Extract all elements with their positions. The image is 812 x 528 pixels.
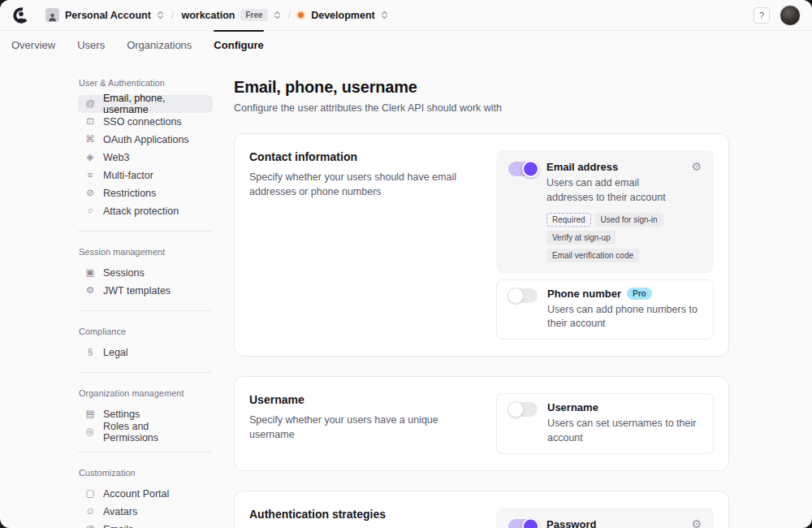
feature-row-email-address: Email address Users can add email addres… — [496, 150, 714, 273]
sidebar: User & Authentication @ Email, phone, us… — [78, 78, 213, 528]
card-heading-block: Authentication strategies Select the aut… — [249, 508, 496, 528]
roles-icon: ◎ — [84, 427, 96, 437]
main-panel: Email, phone, username Configure the use… — [234, 78, 729, 528]
sidebar-section-session-management: Session management ▣ Sessions ⚙ JWT temp… — [78, 247, 213, 311]
help-button[interactable]: ? — [754, 7, 770, 24]
badge-required: Required — [546, 213, 591, 227]
sidebar-item-label: SSO connections — [103, 116, 182, 128]
feature-row-phone-number: Phone number Pro Users can add phone num… — [496, 279, 714, 340]
gear-icon[interactable]: ⚙ — [691, 161, 702, 172]
sidebar-item-label: OAuth Applications — [103, 134, 189, 145]
feature-description: Users can set usernames to their account — [547, 417, 701, 446]
tab-users[interactable]: Users — [77, 31, 105, 58]
email-address-toggle[interactable] — [508, 162, 537, 176]
phone-number-toggle[interactable] — [509, 288, 538, 303]
sidebar-section-compliance: Compliance § Legal — [78, 327, 213, 373]
sidebar-item-label: Account Portal — [103, 488, 169, 500]
feature-body: Email address Users can add email addres… — [546, 161, 685, 262]
sidebar-item-emails[interactable]: @ Emails — [78, 521, 213, 528]
sidebar-item-legal[interactable]: § Legal — [78, 344, 213, 361]
username-toggle[interactable] — [509, 402, 538, 417]
badge-used-for-sign-in: Used for sign-in — [595, 213, 663, 227]
page-title: Email, phone, username — [234, 78, 729, 97]
instance-label: Development — [311, 10, 375, 21]
clerk-logo-icon[interactable] — [11, 6, 31, 25]
sidebar-item-label: Settings — [103, 409, 140, 420]
email-at-icon: @ — [84, 525, 96, 528]
gear-icon[interactable]: ⚙ — [691, 518, 702, 528]
sidebar-item-label: Avatars — [103, 506, 137, 517]
card-controls: Email address Users can add email addres… — [496, 150, 714, 340]
tab-organizations[interactable]: Organizations — [127, 31, 192, 58]
feature-row-username: Username Users can set usernames to thei… — [496, 393, 714, 454]
card-title: Authentication strategies — [249, 508, 478, 521]
section-label: Compliance — [79, 327, 213, 336]
content-area: User & Authentication @ Email, phone, us… — [78, 58, 729, 528]
nav-tabbar: Overview Users Organizations Configure — [0, 31, 812, 58]
sidebar-item-label: Web3 — [103, 152, 129, 163]
oauth-icon: ⌘ — [84, 135, 96, 145]
sidebar-section-user-authentication: User & Authentication @ Email, phone, us… — [78, 78, 213, 232]
sidebar-item-oauth-applications[interactable]: ⌘ OAuth Applications — [78, 131, 213, 149]
sidebar-item-account-portal[interactable]: ▢ Account Portal — [78, 485, 213, 503]
card-contact-information: Contact information Specify whether your… — [234, 133, 729, 357]
feature-title: Username — [547, 401, 598, 413]
chevron-updown-icon — [274, 11, 281, 19]
sidebar-item-label: Roles and Permissions — [103, 421, 206, 444]
sidebar-item-email-phone-username[interactable]: @ Email, phone, username — [78, 95, 213, 113]
chevron-updown-icon — [157, 11, 164, 19]
feature-body: Phone number Pro Users can add phone num… — [547, 288, 701, 332]
pro-badge: Pro — [627, 288, 652, 300]
card-heading-block: Username Specify whether your users have… — [249, 393, 496, 454]
settings-doc-icon: ▤ — [84, 409, 96, 419]
jwt-gear-icon: ⚙ — [84, 286, 96, 296]
breadcrumb-instance[interactable]: Development — [298, 10, 388, 21]
card-username: Username Specify whether your users have… — [234, 376, 729, 471]
tab-overview[interactable]: Overview — [11, 31, 55, 58]
section-label: Customization — [79, 468, 213, 478]
sidebar-item-web3[interactable]: ◈ Web3 — [78, 149, 213, 167]
sidebar-item-label: Restrictions — [103, 188, 156, 199]
sidebar-item-restrictions[interactable]: ⊘ Restrictions — [78, 184, 213, 202]
feature-title: Password — [546, 518, 596, 528]
breadcrumb-separator: / — [288, 9, 292, 21]
breadcrumb-application[interactable]: workcation Free — [181, 9, 280, 21]
toggle-knob — [522, 161, 539, 178]
sidebar-item-sso-connections[interactable]: ⊡ SSO connections — [78, 113, 213, 131]
development-dot-icon — [298, 12, 304, 18]
section-label: Organization management — [79, 388, 213, 398]
card-description: Specify whether your users should have e… — [249, 170, 478, 199]
portal-window-icon: ▢ — [84, 489, 96, 499]
feature-row-password: Password Users can sign in with a passwo… — [496, 508, 714, 528]
sidebar-item-attack-protection[interactable]: ○ Attack protection — [78, 202, 213, 220]
sidebar-item-avatars[interactable]: ☺ Avatars — [78, 503, 213, 521]
sidebar-item-multi-factor[interactable]: ≡ Multi-factor — [78, 167, 213, 184]
page-subtitle: Configure the user attributes the Clerk … — [234, 102, 729, 114]
sidebar-item-label: Attack protection — [103, 206, 179, 217]
account-avatar — [45, 8, 59, 22]
feature-badges: Required Used for sign-in Verify at sign… — [546, 213, 685, 262]
shield-icon: ○ — [84, 206, 96, 216]
app-window: Personal Account / workcation Free / Dev… — [0, 0, 812, 528]
sso-card-icon: ⊡ — [84, 117, 96, 127]
breadcrumb-account[interactable]: Personal Account — [45, 8, 164, 22]
user-avatar[interactable] — [780, 5, 801, 26]
feature-description: Users can add phone numbers to their acc… — [547, 303, 701, 332]
feature-title: Email address — [546, 161, 618, 173]
sidebar-item-jwt-templates[interactable]: ⚙ JWT templates — [78, 282, 213, 300]
card-heading-block: Contact information Specify whether your… — [249, 150, 496, 340]
sidebar-item-sessions[interactable]: ▣ Sessions — [78, 264, 213, 282]
feature-title: Phone number — [547, 288, 621, 300]
plan-badge: Free — [240, 9, 267, 21]
fingerprint-icon: @ — [84, 99, 96, 109]
top-bar: Personal Account / workcation Free / Dev… — [0, 0, 812, 31]
sidebar-item-label: Emails — [103, 524, 134, 528]
chevron-updown-icon — [381, 11, 388, 19]
sidebar-item-roles-and-permissions[interactable]: ◎ Roles and Permissions — [78, 423, 213, 441]
breadcrumb-separator: / — [171, 9, 175, 21]
application-label: workcation — [181, 10, 235, 21]
sessions-icon: ▣ — [84, 268, 96, 278]
password-toggle[interactable] — [508, 519, 537, 528]
tab-configure[interactable]: Configure — [214, 31, 263, 58]
account-label: Personal Account — [65, 10, 151, 21]
